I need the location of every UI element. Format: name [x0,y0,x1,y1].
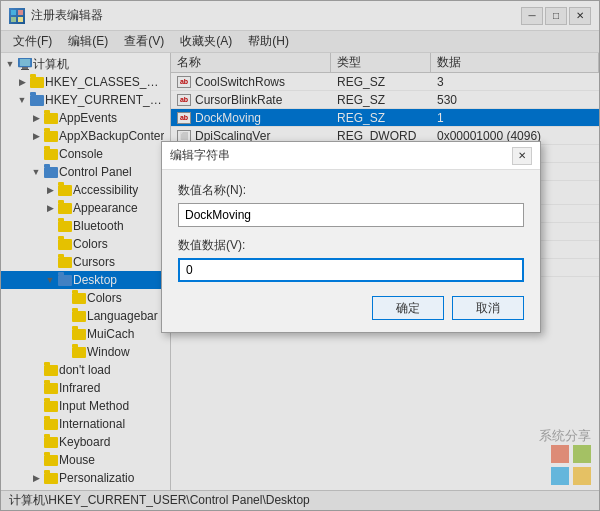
dialog-data-input[interactable] [178,258,524,282]
dialog-title-bar: 编辑字符串 ✕ [162,142,540,170]
dialog-name-label: 数值名称(N): [178,182,524,199]
dialog-cancel-button[interactable]: 取消 [452,296,524,320]
dialog-close-button[interactable]: ✕ [512,147,532,165]
dialog-data-label: 数值数据(V): [178,237,524,254]
dialog-title-text: 编辑字符串 [170,147,230,164]
main-window: 注册表编辑器 ─ □ ✕ 文件(F) 编辑(E) 查看(V) 收藏夹(A) 帮助… [0,0,600,511]
dialog-buttons: 确定 取消 [178,296,524,320]
dialog-overlay: 编辑字符串 ✕ 数值名称(N): 数值数据(V): 确定 取消 [1,1,599,510]
dialog-name-input[interactable] [178,203,524,227]
edit-string-dialog: 编辑字符串 ✕ 数值名称(N): 数值数据(V): 确定 取消 [161,141,541,333]
dialog-body: 数值名称(N): 数值数据(V): 确定 取消 [162,170,540,332]
dialog-ok-button[interactable]: 确定 [372,296,444,320]
